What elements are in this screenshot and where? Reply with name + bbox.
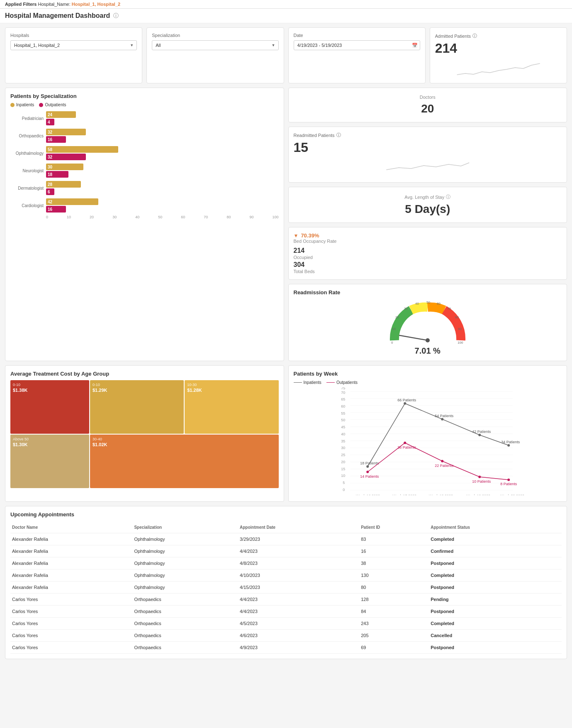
svg-text:100: 100: [458, 341, 463, 344]
treemap-title: Average Treatment Cost by Age Group: [10, 371, 279, 377]
svg-point-51: [441, 418, 443, 420]
doctors-label: Doctors: [295, 95, 560, 100]
doctors-card: Doctors 20: [288, 88, 567, 122]
svg-text:14 Patients: 14 Patients: [360, 474, 379, 479]
table-row: Carlos YoresOrthopaedics4/5/2023243Compl…: [10, 618, 562, 630]
inpatient-bar: 30: [46, 164, 83, 170]
table-cell-patientId: 16: [359, 545, 429, 557]
outpatient-bar: 4: [46, 119, 54, 125]
table-cell-date: 4/9/2023: [238, 642, 359, 654]
table-row: Alexander RafeliaOphthalmology3/29/20238…: [10, 533, 562, 545]
table-cell-doctor: Carlos Yores: [10, 594, 132, 606]
table-cell-patientId: 84: [359, 606, 429, 618]
svg-text:15: 15: [341, 467, 345, 471]
treemap-container: 0-10 $1.38K Above 50 $1.30K 0-10 $1.29K: [10, 380, 279, 488]
outpatients-legend-dot: [39, 103, 43, 107]
treemap-cell-0-10-left: 0-10 $1.38K: [10, 380, 89, 434]
table-cell-doctor: Carlos Yores: [10, 618, 132, 630]
svg-point-50: [404, 402, 406, 405]
table-cell-status: Completed: [429, 533, 562, 545]
hospitals-select[interactable]: Hospital_1, Hospital_2: [10, 40, 137, 50]
inpatient-bar: 58: [46, 146, 118, 153]
admitted-patients-value: 214: [435, 41, 562, 56]
svg-text:10: 10: [392, 327, 396, 331]
appointments-table-body: Alexander RafeliaOphthalmology3/29/20238…: [10, 533, 562, 654]
specialization-select[interactable]: All: [152, 40, 278, 50]
line-legend-inpatients: Inpatients: [294, 380, 321, 385]
svg-text:75: 75: [341, 387, 345, 390]
bar-chart-title: Patients by Specialization: [10, 93, 279, 99]
svg-point-63: [507, 479, 510, 481]
bar-row: Dermatologist286: [10, 181, 279, 195]
table-cell-doctor: Carlos Yores: [10, 606, 132, 618]
avg-stay-info-icon[interactable]: ⓘ: [446, 194, 450, 200]
bar-chart-card: Patients by Specialization Inpatients Ou…: [5, 88, 284, 361]
inpatients-line-icon: [294, 382, 302, 383]
occupied-value: 214: [294, 247, 562, 254]
bottom-charts: Average Treatment Cost by Age Group 0-10…: [5, 365, 567, 502]
date-filter-label: Date: [294, 33, 420, 38]
svg-text:50: 50: [426, 300, 430, 304]
svg-text:Week 18 2023: Week 18 2023: [429, 494, 453, 495]
svg-text:0: 0: [391, 341, 393, 344]
appointments-section: Upcoming Appointments Doctor Name Specia…: [5, 506, 567, 659]
svg-text:30: 30: [341, 446, 345, 450]
applied-filters-value: Hospital_1, Hospital_2: [72, 2, 120, 7]
bar-group: 5832: [46, 146, 279, 160]
admitted-patients-label: Admitted Patients ⓘ: [435, 33, 562, 39]
outpatients-legend-label: Outpatients: [45, 103, 66, 107]
table-row: Carlos YoresOrthopaedics4/4/2023128Pendi…: [10, 594, 562, 606]
specialization-filter-card: Specialization All: [146, 27, 284, 83]
line-chart-svg: 0 5 10 15 20 25 30 35 40 45 50 55 60 65 …: [294, 387, 562, 495]
inpatient-bar-wrapper: 30: [46, 164, 279, 170]
svg-text:35: 35: [341, 439, 345, 443]
date-filter-card: Date: [288, 27, 426, 83]
table-cell-doctor: Carlos Yores: [10, 642, 132, 654]
svg-text:60: 60: [437, 302, 441, 305]
date-input[interactable]: [294, 40, 420, 50]
appointments-table: Doctor Name Specialization Appointment D…: [10, 522, 562, 654]
svg-text:34 Patients: 34 Patients: [501, 440, 520, 444]
table-cell-date: 4/5/2023: [238, 618, 359, 630]
outpatient-bar: 16: [46, 136, 66, 143]
header-info-icon[interactable]: ⓘ: [113, 12, 119, 20]
table-cell-patientId: 128: [359, 594, 429, 606]
outpatient-bar: 6: [46, 188, 54, 195]
main-section: Patients by Specialization Inpatients Ou…: [5, 88, 567, 361]
svg-text:8 Patients: 8 Patients: [500, 482, 517, 486]
outpatients-line-icon: [326, 382, 335, 383]
inpatient-bar-wrapper: 24: [46, 111, 279, 118]
applied-filters-name: Hospital_Name:: [38, 2, 70, 7]
table-cell-patientId: 130: [359, 569, 429, 581]
table-cell-doctor: Alexander Rafelia: [10, 557, 132, 569]
svg-point-53: [507, 444, 510, 447]
table-cell-status: Postponed: [429, 557, 562, 569]
table-row: Alexander RafeliaOphthalmology4/10/20231…: [10, 569, 562, 581]
line-legend-outpatients-label: Outpatients: [336, 380, 358, 385]
svg-text:0: 0: [343, 488, 345, 492]
outpatient-bar-wrapper: 32: [46, 154, 279, 160]
svg-point-62: [478, 476, 481, 478]
svg-text:30: 30: [404, 307, 408, 310]
svg-text:80: 80: [455, 315, 459, 319]
admitted-info-icon[interactable]: ⓘ: [472, 33, 477, 39]
bar-row: Orthopaedics3216: [10, 129, 279, 143]
table-cell-doctor: Alexander Rafelia: [10, 533, 132, 545]
treemap-left-col: 0-10 $1.38K Above 50 $1.30K: [10, 380, 89, 488]
appointments-table-header: Doctor Name Specialization Appointment D…: [10, 522, 562, 533]
legend-inpatients: Inpatients: [10, 103, 34, 107]
table-cell-specialization: Orthopaedics: [132, 618, 238, 630]
table-cell-specialization: Ophthalmology: [132, 545, 238, 557]
svg-text:10 Patients: 10 Patients: [472, 479, 491, 484]
readmitted-info-icon[interactable]: ⓘ: [336, 132, 341, 138]
table-cell-patientId: 243: [359, 618, 429, 630]
outpatient-bar-wrapper: 6: [46, 188, 279, 195]
svg-text:Week 16 2023: Week 16 2023: [356, 494, 380, 495]
inpatients-legend-dot: [10, 103, 15, 107]
table-row: Carlos YoresOrthopaedics4/9/202369Postpo…: [10, 642, 562, 654]
table-cell-status: Completed: [429, 618, 562, 630]
occupied-label: Occupied: [294, 255, 313, 260]
table-cell-patientId: 205: [359, 630, 429, 642]
table-row: Carlos YoresOrthopaedics4/4/202384Postpo…: [10, 606, 562, 618]
dashboard-content: Hospitals Hospital_1, Hospital_2 Special…: [0, 23, 572, 667]
